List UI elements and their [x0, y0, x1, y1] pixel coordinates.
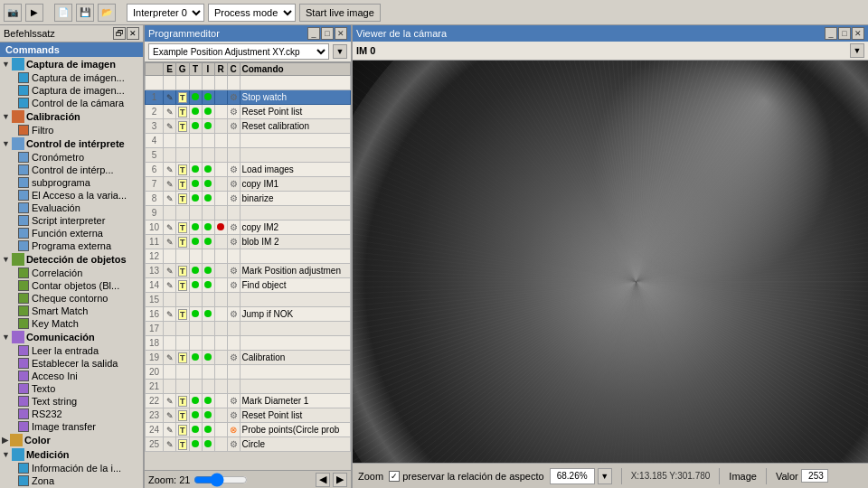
group-measurement[interactable]: ▼ Medición	[0, 447, 143, 462]
group-calibration-label: Calibración	[26, 111, 80, 122]
scroll-right-btn[interactable]: ▶	[333, 473, 347, 487]
table-row[interactable]: 8✎T⚙binarize	[146, 192, 351, 206]
table-row[interactable]	[146, 76, 351, 90]
table-row[interactable]: 17	[146, 322, 351, 336]
table-row[interactable]: 11✎T⚙blob IM 2	[146, 235, 351, 249]
program-editor-restore-btn[interactable]: □	[321, 27, 334, 40]
tree-item-programa[interactable]: Programa externa	[0, 239, 143, 252]
viewer-sep-2	[719, 468, 720, 484]
indicator-dot	[204, 194, 212, 202]
zoom-dropdown-btn[interactable]: ▼	[598, 468, 612, 484]
tree-item-texto[interactable]: Texto	[0, 382, 143, 395]
table-row[interactable]: 18	[146, 336, 351, 351]
toolbar-icon-4[interactable]: 💾	[76, 4, 94, 22]
table-row[interactable]: 2✎T⚙Reset Point list	[146, 105, 351, 119]
tree-item-image-transfer[interactable]: Image transfer	[0, 420, 143, 433]
table-row[interactable]: 25✎T⚙Circle	[146, 437, 351, 452]
toolbar-icon-1[interactable]: 📷	[4, 4, 22, 22]
tree-item-filtro[interactable]: Filtro	[0, 124, 143, 136]
table-row[interactable]: 16✎T⚙Jump if NOK	[146, 307, 351, 322]
tree-item-leer[interactable]: Leer la entrada	[0, 344, 143, 357]
tree-item-capture3[interactable]: Control de la cámara	[0, 97, 143, 109]
scroll-left-btn[interactable]: ◀	[316, 473, 330, 487]
tree-item-capture1[interactable]: Captura de imágen...	[0, 71, 143, 84]
t-icon: T	[178, 164, 187, 175]
group-color[interactable]: ▶ Color	[0, 433, 143, 447]
table-row[interactable]: 22✎T⚙Mark Diameter 1	[146, 394, 351, 408]
group-comms-label: Comunicación	[26, 332, 95, 343]
status-dot	[192, 108, 199, 115]
tree-item-rs232[interactable]: RS232	[0, 408, 143, 420]
tree-item-key[interactable]: Key Match	[0, 317, 143, 330]
tree-item-control-interp[interactable]: Control de intérp...	[0, 164, 143, 176]
tree-item-text-string[interactable]: Text string	[0, 395, 143, 408]
group-detection[interactable]: ▼ Detección de objetos	[0, 252, 143, 267]
table-row[interactable]: 15	[146, 293, 351, 307]
table-row[interactable]: 20	[146, 365, 351, 380]
table-row[interactable]: 4	[146, 134, 351, 148]
aspect-checkbox[interactable]: ✓	[389, 471, 400, 482]
toolbar-icon-5[interactable]: 📂	[98, 4, 116, 22]
pencil-icon: ✎	[166, 180, 174, 189]
tree-item-cheque[interactable]: Cheque contorno	[0, 292, 143, 305]
table-row[interactable]: 21	[146, 380, 351, 394]
table-row[interactable]: 7✎T⚙copy IM1	[146, 177, 351, 192]
table-row[interactable]: 5	[146, 148, 351, 163]
interpreter-select[interactable]: Interpreter 0	[127, 4, 204, 22]
gear-icon: ⚙	[230, 222, 238, 232]
mode-select[interactable]: Process mode	[208, 4, 296, 22]
table-row[interactable]: 6✎T⚙Load images	[146, 163, 351, 177]
viewer-restore-btn[interactable]: □	[838, 27, 851, 40]
group-comms[interactable]: ▼ Comunicación	[0, 330, 143, 344]
tree-item-funcion[interactable]: Función externa	[0, 227, 143, 239]
start-live-button[interactable]: Start live image	[299, 4, 381, 22]
table-row[interactable]: 24✎T⊗Probe points(Circle prob	[146, 423, 351, 437]
program-file-arrow[interactable]: ▼	[333, 44, 347, 59]
left-panel-close-btn[interactable]: ✕	[127, 27, 139, 40]
tree-item-establecer[interactable]: Establecer la salida	[0, 357, 143, 370]
table-row[interactable]: 3✎T⚙Reset calibration	[146, 119, 351, 134]
tree-item-script[interactable]: Script interpreter	[0, 214, 143, 227]
toolbar-icon-3[interactable]: 📄	[54, 4, 72, 22]
program-editor-close-btn[interactable]: ✕	[335, 27, 347, 40]
tree-item-subprograma[interactable]: subprograma	[0, 176, 143, 189]
table-row[interactable]: 10✎T⚙copy IM2	[146, 221, 351, 235]
aspect-label: preservar la relación de aspecto	[402, 471, 544, 482]
table-row[interactable]: 13✎T⚙Mark Position adjustmen	[146, 264, 351, 278]
t-icon: T	[178, 193, 187, 204]
tree-item-cronometro[interactable]: Cronómetro	[0, 151, 143, 164]
table-row[interactable]: 9	[146, 206, 351, 221]
viewer-minimize-btn[interactable]: _	[825, 27, 837, 40]
tree-item-acceso-ini[interactable]: Acceso Ini	[0, 370, 143, 382]
gear-icon: ⚙	[230, 164, 238, 174]
table-row[interactable]: 19✎T⚙Calibration	[146, 351, 351, 365]
tree-item-capture2[interactable]: Captura de imagen...	[0, 84, 143, 97]
group-control[interactable]: ▼ Control de intérprete	[0, 136, 143, 151]
table-row[interactable]: 1✎T⚙Stop watch	[146, 90, 351, 105]
program-editor-panel: Programmeditor _ □ ✕ Example Position Ad…	[145, 25, 353, 488]
tree-item-correlacion[interactable]: Correlación	[0, 267, 143, 279]
tree-item-informacion[interactable]: Información de la i...	[0, 462, 143, 474]
group-control-arrow: ▼	[2, 139, 10, 148]
command-text: blob IM 2	[240, 235, 351, 249]
tree-item-smart[interactable]: Smart Match	[0, 305, 143, 317]
table-row[interactable]: 14✎T⚙Find object	[146, 278, 351, 293]
tree-item-contar[interactable]: Contar objetos (Bl...	[0, 279, 143, 292]
program-file-select[interactable]: Example Position Adjustment XY.ckp	[148, 43, 329, 60]
viewer-im-arrow[interactable]: ▼	[850, 43, 864, 58]
table-row[interactable]: 12	[146, 249, 351, 264]
left-panel-title: Befehlssatz 🗗 ✕	[0, 25, 143, 42]
left-panel-restore-btn[interactable]: 🗗	[113, 27, 126, 40]
table-row[interactable]: 23✎T⚙Reset Point list	[146, 408, 351, 423]
tree-item-evaluacion[interactable]: Evaluación	[0, 202, 143, 214]
zoom-slider[interactable]	[193, 473, 248, 487]
tree-item-acceso[interactable]: El Acceso a la varia...	[0, 189, 143, 202]
viewer-close-btn[interactable]: ✕	[852, 27, 864, 40]
zoom-value-input[interactable]	[550, 468, 595, 484]
group-capture[interactable]: ▼ Captura de imagen	[0, 57, 143, 71]
group-calibration[interactable]: ▼ Calibración	[0, 109, 143, 124]
program-editor-minimize-btn[interactable]: _	[307, 27, 320, 40]
toolbar-icon-2[interactable]: ▶	[25, 4, 43, 22]
tree-item-zona[interactable]: Zona	[0, 474, 143, 487]
left-panel: Befehlssatz 🗗 ✕ Commands ▼ Captura de im…	[0, 25, 145, 488]
